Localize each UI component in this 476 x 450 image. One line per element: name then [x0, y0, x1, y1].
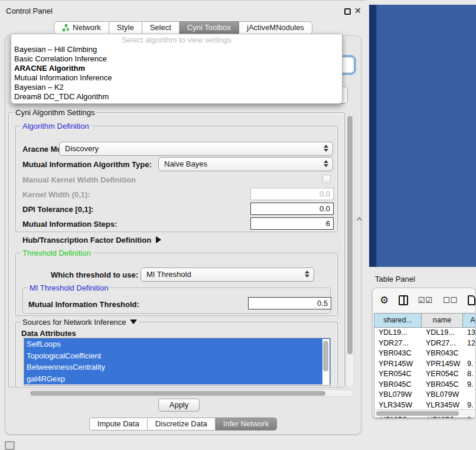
chevron-updown-icon — [305, 270, 309, 278]
sources-title: Sources for Network Inference — [22, 318, 126, 327]
column-header[interactable]: A — [463, 314, 476, 328]
data-attributes-label: Data Attributes — [21, 329, 76, 338]
unchecked-columns-icon[interactable]: ☐☐ — [443, 296, 458, 305]
tab-cyni-toolbox[interactable]: Cyni Toolbox — [180, 21, 239, 34]
sources-toggle[interactable]: Sources for Network Inference — [21, 318, 139, 327]
threshold-combobox[interactable]: MI Threshold — [141, 268, 314, 282]
dpi-tolerance-field[interactable]: 0.0 — [250, 203, 334, 215]
table-cell: YBR045C — [374, 380, 422, 390]
table-cell: YDL19... — [374, 328, 422, 338]
document-icon[interactable] — [468, 295, 475, 305]
table-toolbar: ⚙ ☑☑ ☐☐ — [373, 288, 475, 312]
control-panel: Control Panel ✕ Network Style Select Cyn… — [0, 0, 366, 450]
group-title: Algorithm Definition — [21, 122, 91, 131]
group-title: Cyni Algorithm Settings — [14, 108, 96, 117]
data-attributes-list[interactable]: SelfLoopsTopologicalCoefficientBetweenne… — [24, 338, 331, 386]
table-cell: YER054C — [422, 369, 463, 380]
table-row[interactable]: YBL079WYBL079W — [374, 390, 476, 400]
node-table: shared... name A YDL19...YDL19...13YDR27… — [374, 313, 476, 418]
scrollbar-thumb[interactable] — [323, 341, 328, 371]
algorithm-option[interactable]: Mutual Information Inference — [11, 73, 342, 83]
mi-type-label: Mutual Information Algorithm Type: — [22, 160, 152, 169]
gear-icon[interactable]: ⚙ — [380, 295, 389, 305]
main-tab-bar: Network Style Select Cyni Toolbox jActiv… — [0, 21, 366, 34]
close-icon[interactable]: ✕ — [354, 6, 361, 15]
table-cell: 9. — [463, 359, 476, 370]
combobox-value: Naive Bayes — [164, 159, 207, 168]
combobox-value: MI Threshold — [146, 270, 191, 279]
kernel-width-label: Kernel Width (0,1): — [22, 190, 90, 199]
minimized-panel-icon[interactable] — [5, 441, 15, 450]
column-header[interactable]: shared... — [374, 314, 422, 328]
list-scrollbar[interactable] — [322, 339, 330, 386]
apply-button[interactable]: Apply — [158, 399, 200, 412]
mi-steps-field[interactable]: 6 — [250, 217, 334, 230]
algorithm-option[interactable]: Bayesian – K2 — [11, 83, 342, 92]
algorithm-option[interactable]: Dream8 DC_TDC Algorithm — [11, 92, 342, 102]
table-cell — [463, 390, 476, 400]
mi-steps-label: Mutual Information Steps: — [22, 220, 117, 229]
table-cell: YBR043C — [374, 348, 422, 359]
table-row[interactable]: YBR045CYBR045C9. — [374, 380, 476, 390]
attribute-list-item[interactable]: BetweennessCentrality — [24, 361, 330, 373]
combobox-value: Discovery — [65, 144, 99, 153]
columns-icon[interactable] — [399, 295, 407, 305]
mi-threshold-label: Mutual Information Threshold: — [28, 300, 139, 309]
group-title: Threshold Definition — [21, 249, 93, 257]
algorithm-option[interactable]: Basic Correlation Inference — [11, 54, 342, 64]
mi-threshold-field[interactable]: 0.5 — [248, 297, 331, 309]
table-cell: YBL079W — [422, 390, 463, 400]
panel-title: Control Panel — [6, 6, 53, 15]
hub-definition-label: Hub/Transcription Factor Definition — [22, 236, 151, 244]
dropdown-items: Bayesian – Hill ClimbingBasic Correlatio… — [11, 45, 342, 102]
settings-vertical-scrollbar[interactable] — [345, 113, 354, 387]
table-cell: 8. — [463, 369, 476, 380]
scrollbar-thumb[interactable] — [376, 411, 459, 416]
checked-columns-icon[interactable]: ☑☑ — [418, 296, 433, 305]
table-row[interactable]: YER054CYER054C8. — [374, 369, 476, 380]
tab-network[interactable]: Network — [54, 21, 109, 34]
hub-definition-toggle[interactable]: Hub/Transcription Factor Definition — [22, 236, 161, 244]
attribute-list-item[interactable]: gal4RGexp — [24, 373, 330, 385]
float-window-icon[interactable] — [344, 8, 351, 15]
settings-horizontal-scrollbar[interactable] — [28, 389, 354, 397]
attribute-list-item[interactable]: TopologicalCoefficient — [24, 350, 330, 362]
tab-select[interactable]: Select — [142, 21, 180, 34]
scrollbar-thumb[interactable] — [347, 116, 353, 354]
table-row[interactable]: YDL19...YDL19...13 — [374, 328, 476, 338]
column-header[interactable]: name — [422, 314, 463, 328]
table-horizontal-scrollbar[interactable] — [375, 409, 476, 417]
table-cell: YDR27... — [374, 338, 422, 349]
table-cell: YBR043C — [422, 348, 463, 359]
algorithm-option[interactable]: Bayesian – Hill Climbing — [11, 45, 342, 54]
kernel-width-field[interactable]: 0.0 — [250, 188, 334, 200]
scrollbar-thumb[interactable] — [30, 391, 325, 396]
bottom-tab-bar: Impute Data Discretize Data Infer Networ… — [0, 418, 366, 431]
attribute-list-item[interactable]: SelfLoops — [24, 338, 330, 350]
table-cell: YDR27... — [422, 338, 463, 349]
table-row[interactable]: YDR27...YDR27...12 — [374, 338, 476, 349]
table-row[interactable]: YPR145WYPR145W9. — [374, 359, 476, 370]
algorithm-dropdown-popup: Select algorithm to view settings Bayesi… — [11, 34, 343, 104]
chevron-updown-icon — [324, 145, 328, 152]
table-cell: 12 — [463, 338, 476, 349]
tab-label: Style — [117, 22, 134, 34]
aracne-mode-combobox[interactable]: Discovery — [59, 142, 333, 156]
tab-label: Cyni Toolbox — [187, 22, 231, 34]
algorithm-option[interactable]: ARACNE Algorithm — [11, 64, 342, 73]
tab-discretize-data[interactable]: Discretize Data — [148, 418, 216, 431]
table-cell: YDL19... — [422, 328, 463, 338]
tab-infer-network[interactable]: Infer Network — [216, 418, 277, 431]
tab-jactivemnodules[interactable]: jActiveMNodules — [239, 21, 312, 34]
tab-style[interactable]: Style — [109, 21, 142, 34]
chevron-right-icon — [156, 236, 161, 243]
mi-type-combobox[interactable]: Naive Bayes — [158, 157, 333, 171]
chevron-down-icon — [130, 319, 137, 324]
tab-impute-data[interactable]: Impute Data — [89, 418, 148, 431]
control-panel-titlebar: Control Panel ✕ — [0, 0, 366, 18]
table-cell: YBR045C — [422, 380, 463, 390]
table-cell: YBL079W — [374, 390, 422, 400]
table-row[interactable]: YBR043CYBR043C — [374, 348, 476, 359]
manual-kernel-checkbox[interactable] — [322, 175, 331, 183]
tab-label: Network — [73, 22, 101, 34]
